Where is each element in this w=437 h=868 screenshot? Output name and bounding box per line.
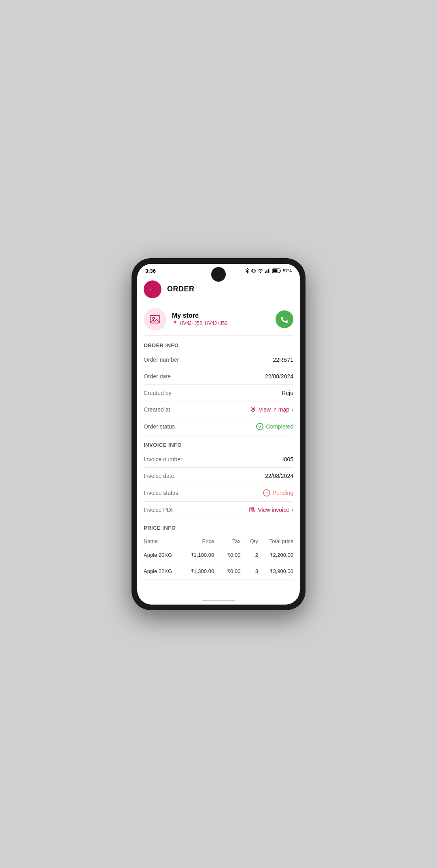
svg-rect-8 — [273, 270, 277, 272]
location-pin-icon: 📍 — [172, 320, 178, 326]
order-number-row: Order number 22RS71 — [144, 352, 293, 368]
store-image-icon — [149, 314, 161, 325]
item1-tax: ₹0.00 — [214, 552, 240, 558]
order-info-section-title: ORDER INFO — [144, 336, 293, 352]
price-table: Name Price Tax Qty Total price Apple 20K… — [144, 534, 293, 579]
status-pending-icon — [263, 489, 270, 497]
wifi-icon — [258, 268, 263, 273]
item2-qty: 3 — [240, 568, 258, 574]
call-button[interactable] — [276, 310, 293, 328]
invoice-info-section-title: INVOICE INFO — [144, 435, 293, 451]
invoice-pdf-row: Invoice PDF View invoice › — [144, 502, 293, 518]
svg-rect-6 — [269, 268, 270, 273]
store-info-row: My store 📍 HV4J+J52, HV4J+J52, — [144, 303, 293, 336]
view-invoice-text: View invoice — [258, 507, 289, 513]
invoice-pdf-label: Invoice PDF — [144, 507, 249, 513]
store-details: My store 📍 HV4J+J52, HV4J+J52, — [172, 312, 276, 326]
col-tax-header: Tax — [214, 538, 240, 544]
status-completed-icon — [256, 423, 263, 430]
invoice-status-label: Invoice status — [144, 490, 263, 496]
store-name: My store — [172, 312, 276, 319]
created-at-row: Created at View in map › — [144, 401, 293, 418]
store-address: HV4J+J52, HV4J+J52, — [180, 320, 229, 326]
col-qty-header: Qty — [240, 538, 258, 544]
phone-icon — [280, 315, 289, 324]
created-by-value: Reju — [282, 390, 293, 396]
svg-rect-4 — [266, 270, 267, 273]
order-status-value: Completed — [256, 423, 293, 430]
invoice-status-value: Pending — [263, 489, 293, 497]
order-number-label: Order number — [144, 357, 273, 363]
back-arrow-icon: ← — [148, 285, 157, 293]
item1-qty: 2 — [240, 552, 258, 558]
col-total-header: Total price — [258, 538, 293, 544]
svg-point-10 — [153, 317, 155, 319]
back-button[interactable]: ← — [144, 280, 161, 298]
invoice-number-value: I005 — [282, 456, 293, 463]
created-at-label: Created at — [144, 406, 250, 413]
checkmark-icon — [258, 424, 262, 429]
order-number-value: 22RS71 — [273, 357, 293, 363]
created-by-row: Created by Reju — [144, 385, 293, 401]
invoice-status-text: Pending — [273, 490, 293, 496]
map-icon — [250, 406, 256, 413]
order-date-value: 22/08/2024 — [265, 373, 293, 380]
item2-name: Apple 22KG — [144, 568, 179, 574]
invoice-number-label: Invoice number — [144, 456, 282, 463]
bluetooth-icon — [245, 268, 250, 274]
price-info-section-title: PRICE INFO — [144, 518, 293, 534]
home-indicator — [202, 600, 235, 601]
item2-price: ₹1,300.00 — [179, 568, 214, 574]
item1-total: ₹2,200.00 — [258, 552, 293, 558]
svg-point-12 — [265, 492, 266, 493]
invoice-pdf-icon — [249, 507, 255, 513]
col-name-header: Name — [144, 538, 179, 544]
battery-icon — [272, 268, 281, 273]
svg-point-11 — [252, 408, 254, 410]
camera-notch — [211, 267, 226, 282]
invoice-date-label: Invoice date — [144, 473, 265, 479]
status-time: 3:36 — [145, 268, 156, 274]
svg-rect-0 — [252, 269, 255, 272]
page-title: ORDER — [167, 285, 195, 293]
bottom-bar — [137, 596, 300, 605]
status-icons: 57% — [245, 268, 292, 274]
invoice-number-row: Invoice number I005 — [144, 451, 293, 468]
svg-rect-3 — [265, 272, 266, 273]
chevron-right-icon: › — [292, 407, 293, 412]
view-in-map-text: View in map — [259, 406, 289, 413]
order-status-label: Order status — [144, 423, 256, 430]
order-status-text: Completed — [266, 423, 293, 430]
phone-screen: 3:36 — [137, 264, 300, 605]
invoice-status-row: Invoice status Pending — [144, 484, 293, 502]
item1-name: Apple 20KG — [144, 552, 179, 558]
price-row-2: Apple 22KG ₹1,300.00 ₹0.00 3 ₹3,900.00 — [144, 563, 293, 579]
vibrate-icon — [251, 268, 256, 274]
item1-price: ₹1,100.00 — [179, 552, 214, 558]
item2-total: ₹3,900.00 — [258, 568, 293, 574]
phone-frame: 3:36 — [132, 258, 305, 610]
order-status-row: Order status Completed — [144, 418, 293, 435]
order-date-label: Order date — [144, 373, 265, 380]
pending-dots-icon — [265, 491, 269, 495]
order-date-row: Order date 22/08/2024 — [144, 368, 293, 385]
svg-point-13 — [267, 492, 268, 493]
main-content: My store 📍 HV4J+J52, HV4J+J52, ORDER INF… — [137, 303, 300, 596]
view-invoice-link[interactable]: View invoice › — [249, 507, 293, 513]
battery-percent: 57% — [283, 268, 292, 273]
item2-tax: ₹0.00 — [214, 568, 240, 574]
price-row-1: Apple 20KG ₹1,100.00 ₹0.00 2 ₹2,200.00 — [144, 547, 293, 563]
store-location: 📍 HV4J+J52, HV4J+J52, — [172, 320, 276, 326]
invoice-chevron-icon: › — [292, 507, 293, 513]
store-avatar — [144, 308, 166, 331]
invoice-date-row: Invoice date 22/08/2024 — [144, 468, 293, 484]
svg-rect-5 — [268, 269, 269, 273]
view-in-map-link[interactable]: View in map › — [250, 406, 293, 413]
invoice-date-value: 22/08/2024 — [265, 473, 293, 479]
price-table-header: Name Price Tax Qty Total price — [144, 534, 293, 547]
signal-icon — [265, 268, 271, 273]
created-by-label: Created by — [144, 390, 282, 396]
col-price-header: Price — [179, 538, 214, 544]
